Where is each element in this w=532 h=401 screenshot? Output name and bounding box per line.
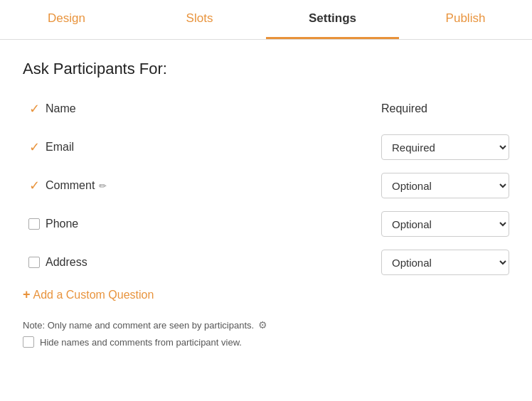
checkbox-area-address (23, 257, 46, 268)
tab-design-label: Design (48, 11, 85, 25)
required-label-name: Required (381, 102, 509, 115)
field-row-comment: ✓ Comment ✏ Required Optional (23, 172, 509, 199)
tab-settings[interactable]: Settings (266, 0, 399, 39)
edit-icon-comment[interactable]: ✏ (99, 181, 107, 191)
checkmark-comment: ✓ (29, 179, 40, 192)
note-area: Note: Only name and comment are seen by … (23, 319, 509, 348)
note-text: Note: Only name and comment are seen by … (23, 320, 254, 331)
checkmark-name: ✓ (29, 102, 40, 115)
checkbox-area-comment: ✓ (23, 179, 46, 192)
checkbox-address[interactable] (28, 257, 40, 268)
add-custom-question[interactable]: + Add a Custom Question (23, 287, 509, 302)
phone-select-wrapper: Required Optional (381, 211, 509, 237)
email-select[interactable]: Required Optional (381, 134, 509, 160)
field-row-email: ✓ Email Required Optional (23, 134, 509, 161)
field-name-text: Name (46, 102, 76, 115)
checkbox-area-phone (23, 218, 46, 230)
address-select[interactable]: Required Optional (381, 250, 509, 275)
field-label-address: Address (46, 256, 381, 269)
checkmark-email: ✓ (29, 141, 40, 154)
tab-bar: Design Slots Settings Publish (0, 0, 532, 40)
checkbox-area-name: ✓ (23, 102, 46, 115)
field-label-email: Email (46, 141, 381, 154)
field-phone-text: Phone (46, 218, 78, 230)
field-email-text: Email (46, 141, 74, 154)
checkbox-area-email: ✓ (23, 141, 46, 154)
tab-slots[interactable]: Slots (133, 0, 266, 39)
field-label-comment: Comment ✏ (46, 179, 381, 192)
add-custom-label: Add a Custom Question (33, 289, 154, 301)
field-label-name: Name (46, 102, 381, 115)
gear-icon[interactable]: ⚙ (258, 319, 267, 331)
tab-design[interactable]: Design (0, 0, 133, 39)
field-comment-text: Comment (46, 179, 95, 192)
hide-row: Hide names and comments from participant… (23, 336, 509, 348)
tab-settings-label: Settings (309, 11, 356, 25)
comment-select[interactable]: Required Optional (381, 173, 509, 198)
section-title: Ask Participants For: (23, 60, 509, 78)
phone-select[interactable]: Required Optional (381, 211, 509, 237)
field-label-phone: Phone (46, 218, 381, 230)
hide-checkbox[interactable] (23, 336, 34, 348)
address-select-wrapper: Required Optional (381, 250, 509, 275)
note-text-row: Note: Only name and comment are seen by … (23, 319, 509, 331)
add-icon: + (23, 287, 31, 302)
tab-publish[interactable]: Publish (399, 0, 532, 39)
tab-slots-label: Slots (186, 11, 213, 25)
field-address-text: Address (46, 256, 87, 269)
tab-publish-label: Publish (446, 11, 486, 25)
field-row-name: ✓ Name Required (23, 95, 509, 122)
field-row-address: Address Required Optional (23, 249, 509, 276)
field-row-phone: Phone Required Optional (23, 210, 509, 237)
comment-select-wrapper: Required Optional (381, 173, 509, 198)
hide-label: Hide names and comments from participant… (40, 337, 242, 348)
main-content: Ask Participants For: ✓ Name Required ✓ … (0, 40, 532, 368)
checkbox-phone[interactable] (28, 218, 40, 230)
email-select-wrapper: Required Optional (381, 134, 509, 160)
